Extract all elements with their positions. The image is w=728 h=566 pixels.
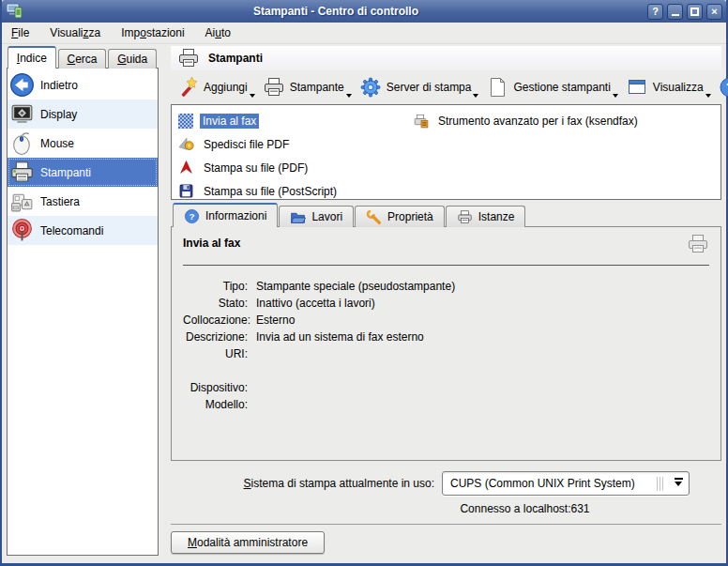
app-icon [6,2,24,21]
printer-item-label: Spedisci file PDF [201,137,292,152]
sidebar-tabbar: Indice Cerca Guida [7,46,159,69]
pdf-icon [178,160,194,176]
printer-item-stampa-pdf[interactable]: Stampa su file (PDF) [175,160,410,176]
sidebar-item-indietro[interactable]: Indietro [8,70,158,99]
info-row-spacer [183,362,709,379]
info-row-stato: Stato: Inattivo (accetta i lavori) [183,295,709,312]
sidebar-item-stampanti[interactable]: Stampanti [8,158,158,187]
printer-icon [263,76,285,99]
sidebar-item-label: Tastiera [40,195,80,208]
sidebar-item-label: Indietro [40,79,78,92]
svg-text:?: ? [189,211,194,222]
title-divider [183,265,709,266]
sidebar-item-label: Telecomandi [40,224,103,237]
mouse-icon [9,130,35,156]
sidebar-item-label: Stampanti [40,166,91,179]
keyboard-icon [9,189,35,214]
display-icon [9,101,35,127]
printer-menu-button[interactable]: Stampante [259,72,355,103]
tab-istanze[interactable]: Istanze [446,206,526,227]
help-icon: ? [184,208,200,224]
tab-informazioni[interactable]: ? Informazioni [173,203,278,227]
chevron-down-icon [473,94,478,100]
close-button[interactable]: × [706,4,722,20]
sidebar-module-list: Indietro Display [7,68,159,556]
tab-proprieta[interactable]: Proprietà [355,206,445,227]
main-panel: Stampanti Aggiungi [171,46,721,556]
printer-item-spedisci-pdf[interactable]: Spedisci file PDF [175,136,410,152]
tab-lavori[interactable]: Lavori [279,206,354,227]
sidebar-item-mouse[interactable]: Mouse [8,129,158,158]
ksendfax-icon [413,113,429,129]
info-panel: Invia al fax Tipo: Stampante speciale (p… [171,226,721,461]
panel-splitter[interactable] [159,46,171,556]
menu-impostazioni[interactable]: Impostazioni [121,26,184,39]
sidebar: Indice Cerca Guida Indietro [7,46,159,556]
module-header: Stampanti [171,46,721,70]
module-title: Stampanti [208,52,263,65]
menu-visualizza[interactable]: Visualizza [50,26,100,39]
view-button[interactable]: Visualizza [622,72,714,103]
toolbar-button-label: Visualizza [653,81,704,94]
folder-icon [290,209,306,225]
tab-label: Proprietà [387,210,433,223]
minimize-button[interactable] [667,4,683,20]
connection-status: Connesso a localhost:631 [171,502,721,515]
chevron-down-icon [705,94,711,100]
selected-printer-title: Invia al fax [183,237,687,250]
printer-management-button[interactable]: Gestione stampanti [482,72,620,103]
remote-icon [9,218,35,243]
print-system-combobox[interactable]: CUPS (Common UNIX Print System) [442,471,690,496]
combobox-grip [657,477,663,491]
magic-wand-icon [176,76,199,99]
printer-item-label: Stampa su file (PostScript) [201,184,340,199]
bottom-divider [171,524,721,525]
printer-item-invia-al-fax[interactable]: Invia al fax [175,114,410,129]
tab-indice[interactable]: Indice [8,46,56,69]
printer-item-label: Invia al fax [200,114,259,129]
control-center-window: Stampanti - Centro di controllo ? × File… [0,0,728,566]
toolbar-button-label: Aggiungi [204,81,248,94]
floppy-icon [178,183,194,199]
sidebar-item-label: Display [40,108,77,121]
tab-cerca[interactable]: Cerca [58,49,107,69]
combobox-selected-value: CUPS (Common UNIX Print System) [450,477,657,490]
info-row-modello: Modello: [183,396,709,413]
printer-item-stampa-postscript[interactable]: Stampa su file (PostScript) [175,183,410,199]
administrator-mode-button[interactable]: Modalità amministratore [171,531,325,554]
printer-item-label: Stampa su file (PDF) [201,161,311,176]
fax-selected-icon [178,114,193,129]
print-server-button[interactable]: Server di stampa [356,72,482,103]
sidebar-item-display[interactable]: Display [8,99,158,129]
sidebar-item-label: Mouse [40,137,74,150]
print-system-row: Sistema di stampa attualmente in uso: CU… [171,471,721,496]
toolbar: Aggiungi Stampante [171,70,721,104]
print-test-page-button[interactable] [687,233,709,258]
sidebar-item-tastiera[interactable]: Tastiera [8,187,158,216]
window-title: Stampanti - Centro di controllo [28,5,644,18]
toolbar-button-label: Gestione stampanti [513,81,610,94]
menu-file[interactable]: File [11,26,29,39]
info-row-descrizione: Descrizione: Invia ad un sistema di fax … [183,329,709,345]
documentation-button[interactable]: ? Documentaz [715,72,728,103]
document-icon [486,76,508,99]
minimize-icon [672,14,679,16]
content-area: Indice Cerca Guida Indietro [2,44,726,563]
tab-label: Istanze [478,210,515,223]
add-printer-button[interactable]: Aggiungi [173,72,258,103]
menu-aiuto[interactable]: Aiuto [205,26,231,39]
printer-item-ksendfax[interactable]: Strumento avanzato per i fax (ksendfax) [410,113,717,129]
printer-item-label: Strumento avanzato per i fax (ksendfax) [435,114,641,129]
chevron-down-icon [250,94,255,100]
sidebar-item-telecomandi[interactable]: Telecomandi [8,216,158,245]
maximize-button[interactable] [687,4,703,20]
printer-list: Invia al fax Strumento avanzato per i fa… [171,104,721,200]
printer-icon [177,47,200,69]
printer-icon [457,209,473,225]
wrench-icon [366,209,382,225]
help-button[interactable]: ? [647,4,663,20]
info-row-uri: URI: [183,345,709,362]
print-system-label: Sistema di stampa attualmente in uso: [244,477,434,490]
chevron-down-icon [668,478,689,490]
tab-guida[interactable]: Guida [108,49,157,69]
